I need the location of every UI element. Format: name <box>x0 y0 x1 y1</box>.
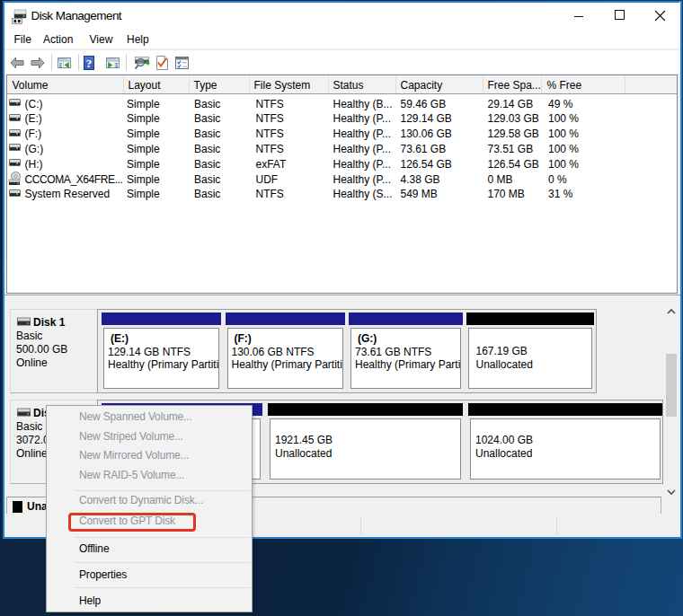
svg-text:?: ? <box>85 56 92 69</box>
